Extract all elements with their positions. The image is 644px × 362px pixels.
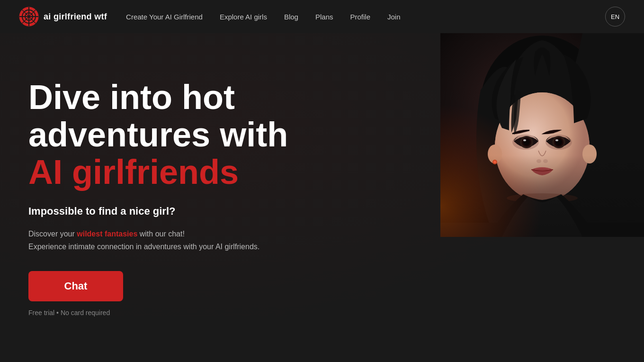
hero-desc-highlight: wildest fantasies (77, 230, 137, 238)
svg-rect-30 (440, 33, 644, 237)
free-trial-text: Free trial • No card required (28, 309, 417, 317)
hero-desc-part2: with our chat! (137, 230, 185, 238)
nav-link-create[interactable]: Create Your AI Girlfriend (126, 13, 203, 21)
logo-text: ai girlfriend wtf (44, 12, 107, 22)
nav-link-join[interactable]: Join (387, 13, 401, 21)
nav-link-plans[interactable]: Plans (315, 13, 333, 21)
chat-button[interactable]: Chat (28, 271, 123, 301)
navbar: ai girlfriend wtf Create Your AI Girlfri… (0, 0, 644, 33)
nav-link-profile[interactable]: Profile (350, 13, 370, 21)
hero-subtitle: Impossible to find a nice girl? (28, 205, 417, 217)
hero-desc-line2: Experience intimate connection in advent… (28, 243, 259, 251)
hero-content: Dive into hot adventures with AI girlfri… (28, 79, 417, 317)
nav-right: EN (605, 7, 625, 27)
logo-link[interactable]: ai girlfriend wtf (19, 7, 107, 27)
hero-desc-part1: Discover your (28, 230, 77, 238)
hero-section: Dive into hot adventures with AI girlfri… (0, 33, 644, 362)
hero-image-container (440, 33, 644, 237)
hero-description: Discover your wildest fantasies with our… (28, 228, 417, 253)
hero-title-line2: AI girlfriends (28, 153, 239, 191)
hero-title-line1: Dive into hot adventures with (28, 78, 288, 154)
hero-title: Dive into hot adventures with AI girlfri… (28, 79, 417, 191)
language-button[interactable]: EN (605, 7, 625, 27)
nav-links: Create Your AI Girlfriend Explore AI gir… (126, 13, 400, 21)
hero-image (440, 33, 644, 237)
nav-link-blog[interactable]: Blog (284, 13, 298, 21)
ai-girl-illustration (440, 33, 644, 237)
nav-link-explore[interactable]: Explore AI girls (220, 13, 267, 21)
logo-icon (19, 7, 39, 27)
